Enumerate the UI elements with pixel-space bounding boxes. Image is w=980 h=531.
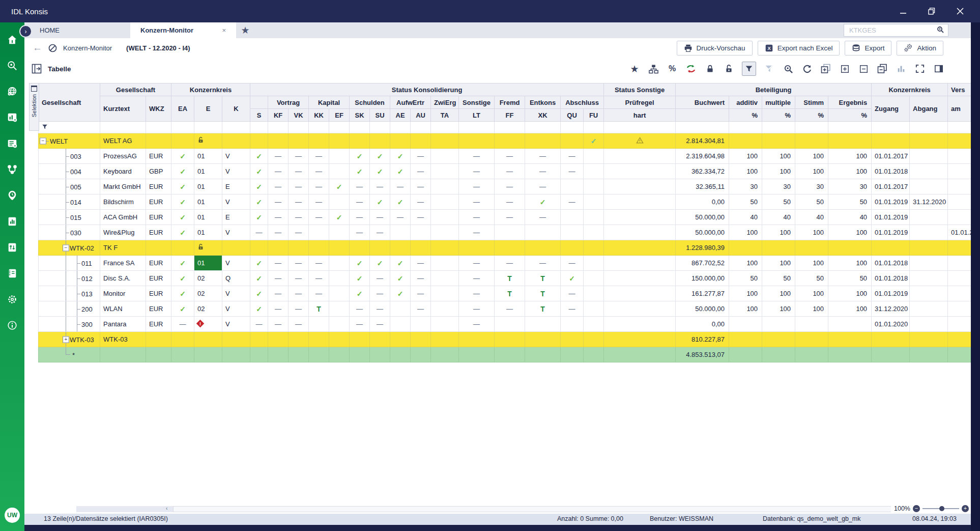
cell-ea[interactable] bbox=[171, 133, 194, 149]
cell-e[interactable]: 02 bbox=[194, 301, 222, 317]
cell-buchwert[interactable]: 362.334,72 bbox=[676, 164, 729, 179]
cell-kf[interactable] bbox=[268, 133, 289, 149]
cell-ergebnis[interactable] bbox=[828, 347, 872, 362]
cell-vk[interactable]: — bbox=[289, 286, 309, 301]
cell-stimm[interactable]: 100 bbox=[795, 164, 828, 179]
cell-ta[interactable] bbox=[431, 210, 459, 225]
cell-ea[interactable]: ✓ bbox=[171, 179, 194, 194]
cell-kurztext[interactable]: WLAN bbox=[100, 301, 146, 317]
cell-multiple[interactable]: 100 bbox=[762, 256, 795, 271]
cell-ta[interactable] bbox=[431, 347, 459, 362]
cell-wkz[interactable]: EUR bbox=[146, 194, 171, 210]
tree-cell-012[interactable]: 012 bbox=[39, 271, 100, 286]
cell-su[interactable] bbox=[370, 133, 390, 149]
cell-additiv[interactable] bbox=[729, 133, 762, 149]
filter-cell-qu[interactable] bbox=[561, 122, 584, 133]
cell-ef[interactable] bbox=[329, 301, 350, 317]
column-header-beteiligung[interactable]: Beteiligung bbox=[676, 83, 872, 96]
cell-ea[interactable] bbox=[171, 347, 194, 362]
tree-cell-014[interactable]: 014 bbox=[39, 194, 100, 210]
cell-ergebnis[interactable]: 100 bbox=[828, 164, 872, 179]
cell-ae[interactable]: — bbox=[390, 179, 411, 194]
expand-plus-icon[interactable] bbox=[839, 63, 850, 74]
cell-additiv[interactable]: 50 bbox=[729, 194, 762, 210]
cell-vk[interactable] bbox=[289, 240, 309, 256]
cell-kk[interactable] bbox=[309, 317, 329, 332]
cell-e[interactable]: 01 bbox=[194, 194, 222, 210]
cell-ae[interactable]: ✓ bbox=[390, 164, 411, 179]
cell-wkz[interactable] bbox=[146, 133, 171, 149]
table-row-300[interactable]: 300PantaraEUR—!V——————0,0001.01.2020 bbox=[39, 317, 971, 332]
filter-cell-kurztext[interactable] bbox=[100, 122, 146, 133]
cell-stimm[interactable]: 100 bbox=[795, 301, 828, 317]
cell-au[interactable] bbox=[411, 332, 431, 347]
cell-ergebnis[interactable]: 100 bbox=[828, 149, 872, 164]
cell-kk[interactable]: — bbox=[309, 256, 329, 271]
cell-kf[interactable]: — bbox=[268, 301, 289, 317]
cell-vk[interactable]: — bbox=[289, 317, 309, 332]
cell-wkz[interactable]: EUR bbox=[146, 256, 171, 271]
cell-su[interactable]: — bbox=[370, 210, 390, 225]
cell-ff[interactable]: — bbox=[495, 149, 525, 164]
cell-ea[interactable]: ✓ bbox=[171, 210, 194, 225]
cell-lt[interactable]: — bbox=[459, 179, 495, 194]
cell-lt[interactable]: — bbox=[459, 149, 495, 164]
cell-sk[interactable]: — bbox=[350, 210, 370, 225]
tree-cell-015[interactable]: 015 bbox=[39, 210, 100, 225]
tree-cell-wtk-02[interactable]: −WTK-02 bbox=[39, 240, 100, 256]
cell-ef[interactable]: ✓ bbox=[329, 179, 350, 194]
cell-ergebnis[interactable]: 40 bbox=[828, 210, 872, 225]
column-header-fu[interactable]: FU bbox=[584, 109, 604, 122]
cell-vk[interactable]: — bbox=[289, 225, 309, 240]
cell-au[interactable]: — bbox=[411, 271, 431, 286]
table-row-011[interactable]: 011France SAEUR✓01V✓———✓✓✓—————867.702,5… bbox=[39, 256, 971, 271]
cell-xk[interactable]: T bbox=[525, 301, 561, 317]
cell-ta[interactable] bbox=[431, 194, 459, 210]
cell-k[interactable]: V bbox=[222, 317, 250, 332]
tree-cell-013[interactable]: 013 bbox=[39, 286, 100, 301]
cell-abgang[interactable] bbox=[910, 164, 948, 179]
cell-buchwert[interactable]: 161.277,87 bbox=[676, 286, 729, 301]
cell-ergebnis[interactable] bbox=[828, 240, 872, 256]
cell-ef[interactable] bbox=[329, 332, 350, 347]
cell-fu[interactable] bbox=[584, 240, 604, 256]
export-button[interactable]: Export bbox=[845, 41, 891, 55]
cell-wkz[interactable] bbox=[146, 347, 171, 362]
table-row-wtk-02[interactable]: −WTK-02TK F1.228.980,39 bbox=[39, 240, 971, 256]
column-header-stimm[interactable]: Stimm bbox=[795, 96, 828, 109]
cell-kf[interactable]: — bbox=[268, 286, 289, 301]
zoom-slider-handle[interactable] bbox=[939, 506, 944, 511]
column-header-blank[interactable] bbox=[250, 96, 268, 109]
cell-ef[interactable] bbox=[329, 317, 350, 332]
scroll-left-icon[interactable]: ‹ bbox=[166, 506, 167, 511]
cell-ergebnis[interactable]: 100 bbox=[828, 301, 872, 317]
column-header-%[interactable]: % bbox=[795, 109, 828, 122]
cell-lt[interactable]: — bbox=[459, 194, 495, 210]
cell-s[interactable] bbox=[250, 347, 268, 362]
column-header-xk[interactable]: XK bbox=[525, 109, 561, 122]
export-nach-excel-button[interactable]: XExport nach Excel bbox=[758, 41, 840, 55]
cell-wkz[interactable] bbox=[146, 240, 171, 256]
cell-s[interactable]: ✓ bbox=[250, 194, 268, 210]
cell-s[interactable] bbox=[250, 332, 268, 347]
cell-additiv[interactable]: 100 bbox=[729, 256, 762, 271]
column-header-%[interactable]: % bbox=[828, 109, 872, 122]
cell-s[interactable]: ✓ bbox=[250, 271, 268, 286]
cell-ef[interactable] bbox=[329, 133, 350, 149]
cell-additiv[interactable] bbox=[729, 240, 762, 256]
cell-ea[interactable]: — bbox=[171, 317, 194, 332]
filter-cell-ef[interactable] bbox=[329, 122, 350, 133]
column-header-zwierg[interactable]: ZwiErg bbox=[431, 96, 459, 109]
cell-vk[interactable]: — bbox=[289, 179, 309, 194]
cell-ae[interactable]: ✓ bbox=[390, 194, 411, 210]
cell-s[interactable] bbox=[250, 240, 268, 256]
cell-k[interactable]: V bbox=[222, 256, 250, 271]
cell-au[interactable] bbox=[411, 317, 431, 332]
cell-ea[interactable]: ✓ bbox=[171, 271, 194, 286]
cell-au[interactable]: — bbox=[411, 256, 431, 271]
cell-kf[interactable]: — bbox=[268, 194, 289, 210]
cell-hart[interactable] bbox=[604, 347, 676, 362]
cell-fu[interactable] bbox=[584, 210, 604, 225]
filter-off-icon[interactable] bbox=[764, 63, 775, 74]
cell-lt[interactable]: — bbox=[459, 301, 495, 317]
